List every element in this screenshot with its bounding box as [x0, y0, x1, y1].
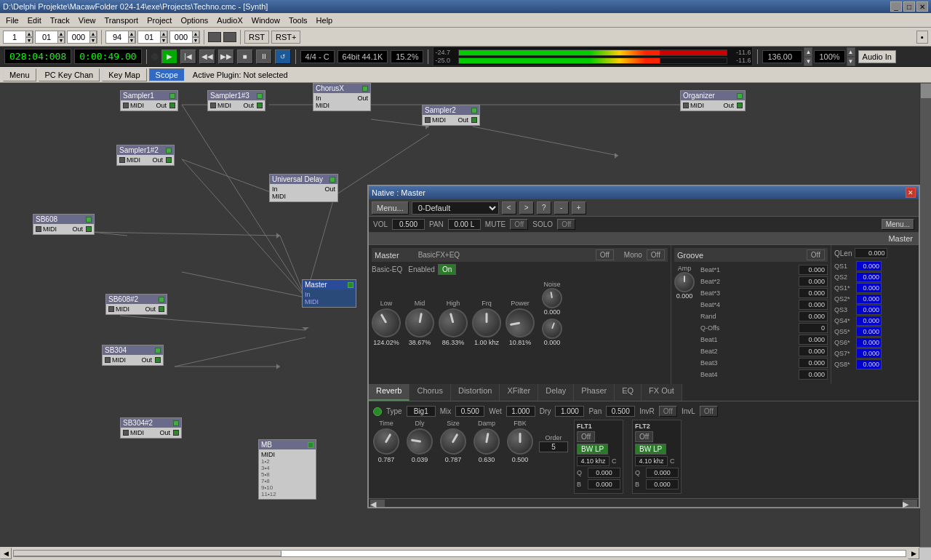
- menu-file[interactable]: File: [1, 15, 23, 25]
- module-sampler2[interactable]: Sampler2 MIDI Out: [422, 105, 480, 126]
- qs-val-5[interactable]: 0.000: [856, 305, 882, 315]
- spin-down[interactable]: ▼: [25, 37, 33, 44]
- spinbox-4[interactable]: 94 ▲ ▼: [105, 31, 136, 44]
- flt1-b[interactable]: 0.000: [588, 479, 620, 489]
- flt1-off-toggle[interactable]: Off: [577, 431, 595, 442]
- menu-dots-button[interactable]: Menu...: [882, 219, 914, 230]
- menu-audiox[interactable]: AudioX: [212, 15, 247, 25]
- menu-tools[interactable]: Tools: [284, 15, 312, 25]
- tab-eq[interactable]: EQ: [615, 384, 642, 401]
- module-sb304[interactable]: SB304 MIDI Out: [102, 345, 164, 366]
- pause-button[interactable]: ⏸: [256, 49, 272, 64]
- preset-dropdown[interactable]: 0-Default: [412, 201, 499, 215]
- tab-distortion[interactable]: Distortion: [451, 384, 500, 401]
- prev-button[interactable]: |◀: [180, 49, 196, 64]
- zoom-up[interactable]: ▲: [847, 47, 855, 57]
- qs-val-3[interactable]: 0.000: [856, 283, 882, 293]
- spinbox-5[interactable]: 01 ▲ ▼: [137, 31, 168, 44]
- spin-up-3[interactable]: ▲: [89, 31, 97, 37]
- spin-down-3[interactable]: ▼: [89, 37, 97, 44]
- reverb-damp-control[interactable]: [471, 426, 502, 457]
- beat-val-3[interactable]: 0.000: [799, 288, 828, 298]
- nav-help[interactable]: ?: [537, 201, 551, 215]
- menu-window[interactable]: Window: [247, 15, 284, 25]
- qs-val-6[interactable]: 0.000: [856, 316, 882, 326]
- flt2-q[interactable]: 0.000: [646, 468, 679, 478]
- eq-enabled-toggle[interactable]: On: [438, 264, 456, 275]
- close-button[interactable]: ✕: [916, 1, 928, 12]
- spin-up-4[interactable]: ▲: [128, 31, 135, 37]
- order-value[interactable]: 5: [539, 441, 568, 452]
- rst-plus-button[interactable]: RST+: [271, 31, 300, 44]
- spin-down-2[interactable]: ▼: [57, 37, 65, 44]
- eq-knob-low-control[interactable]: [367, 303, 407, 343]
- main-vscrollbar[interactable]: [919, 83, 931, 547]
- tab-chorus[interactable]: Chorus: [409, 384, 450, 401]
- spin-up-5[interactable]: ▲: [160, 31, 167, 37]
- reverb-fbk-control[interactable]: [507, 428, 533, 455]
- module-master[interactable]: Master In MIDI: [302, 279, 356, 308]
- play-button[interactable]: ▶: [161, 49, 177, 64]
- noise-knob[interactable]: [540, 287, 564, 310]
- vol-value[interactable]: 0.500: [392, 219, 425, 230]
- menu-project[interactable]: Project: [143, 15, 176, 25]
- menu-help[interactable]: Help: [312, 15, 337, 25]
- nav-plus[interactable]: +: [572, 201, 586, 215]
- sq-btn-1[interactable]: [208, 32, 221, 42]
- module-sb304-2[interactable]: SB304#2 MIDI Out: [120, 417, 182, 439]
- module-organizer[interactable]: Organizer MIDI Out: [680, 90, 746, 111]
- spin-up-2[interactable]: ▲: [57, 31, 65, 37]
- module-sampler1-2[interactable]: Sampler1#2 MIDI Out: [116, 145, 175, 166]
- hscroll-track[interactable]: [385, 500, 903, 507]
- plugin-close-button[interactable]: ✕: [906, 188, 916, 198]
- eq-knob-power-control[interactable]: [503, 306, 537, 340]
- tab-fx-out[interactable]: FX Out: [642, 384, 682, 401]
- spinbox-1[interactable]: 1 ▲ ▼: [3, 31, 33, 44]
- module-sb608-2[interactable]: SB608#2 MIDI Out: [105, 294, 167, 315]
- beat-val-b2[interactable]: 0.000: [799, 346, 828, 356]
- key-map-button[interactable]: Key Map: [102, 68, 146, 81]
- fwd-button[interactable]: ▶▶: [218, 49, 234, 64]
- zoom-display[interactable]: 100%: [814, 50, 844, 63]
- tab-delay[interactable]: Delay: [538, 384, 574, 401]
- plugin-menu-button[interactable]: Menu...: [372, 201, 409, 215]
- pc-key-chan-button[interactable]: PC Key Chan: [39, 68, 100, 81]
- solo-button[interactable]: Off: [557, 219, 575, 230]
- vscroll-thumb[interactable]: [921, 84, 931, 98]
- beat-val-rand[interactable]: 0.000: [799, 311, 828, 321]
- loop-button[interactable]: ↺: [275, 49, 291, 64]
- groove-toggle[interactable]: Off: [807, 249, 825, 260]
- module-sb608[interactable]: SB608 MIDI Out: [33, 214, 95, 235]
- spin-down-6[interactable]: ▼: [192, 37, 199, 44]
- hscroll-right-btn[interactable]: ▶: [908, 548, 919, 559]
- menu-edit[interactable]: Edit: [23, 15, 46, 25]
- spinbox-3[interactable]: 000 ▲ ▼: [67, 31, 97, 44]
- hscroll-right[interactable]: ▶: [903, 500, 917, 507]
- tempo-up[interactable]: ▲: [804, 47, 812, 57]
- reverb-invr[interactable]: Off: [659, 406, 677, 417]
- beat-val-qoffs[interactable]: 0: [799, 323, 828, 333]
- eq-knob-mid-control[interactable]: [403, 306, 436, 340]
- eq-knob-frq-control[interactable]: [472, 308, 501, 337]
- reverb-wet[interactable]: 1.000: [506, 406, 535, 417]
- stop-button[interactable]: ■: [237, 49, 253, 64]
- tab-xfilter[interactable]: XFilter: [500, 384, 538, 401]
- menu-track[interactable]: Track: [46, 15, 74, 25]
- rst-button[interactable]: RST: [244, 31, 269, 44]
- beat-val-b1[interactable]: 0.000: [799, 335, 828, 345]
- flt1-q[interactable]: 0.000: [588, 468, 620, 478]
- reverb-dly-control[interactable]: [404, 426, 435, 457]
- spin-up-6[interactable]: ▲: [192, 31, 199, 37]
- tempo-display[interactable]: 136.00: [762, 50, 802, 63]
- mono-toggle[interactable]: Off: [647, 249, 665, 260]
- module-sampler1-3[interactable]: Sampler1#3 MIDI Out: [207, 90, 265, 111]
- tempo-down[interactable]: ▼: [804, 57, 812, 66]
- flt2-bwlp-toggle[interactable]: BW LP: [635, 444, 666, 455]
- flt1-freq[interactable]: 4.10 khz: [577, 456, 610, 466]
- hscroll-track-main[interactable]: [13, 550, 906, 557]
- minimize-button[interactable]: _: [890, 1, 902, 12]
- audio-in-button[interactable]: Audio In: [858, 50, 896, 63]
- spinbox-2[interactable]: 01 ▲ ▼: [35, 31, 65, 44]
- zoom-down[interactable]: ▼: [847, 57, 855, 66]
- menu-transport[interactable]: Transport: [100, 15, 143, 25]
